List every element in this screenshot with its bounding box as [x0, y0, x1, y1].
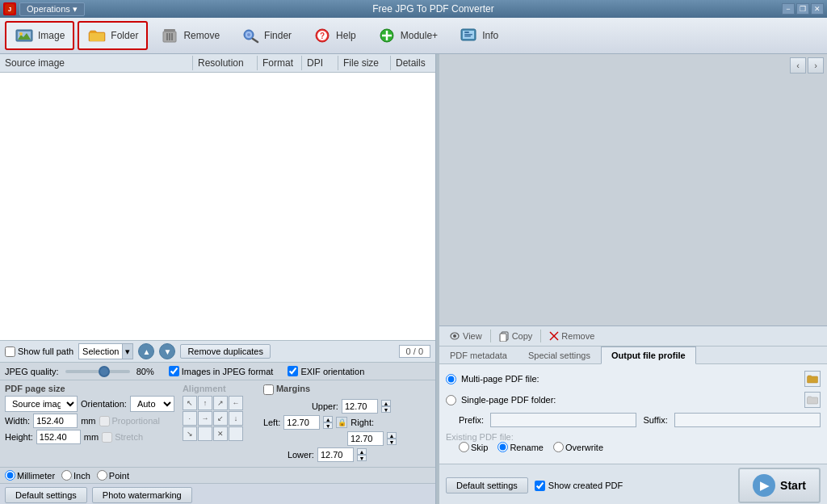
preview-prev-button[interactable]: ‹	[790, 57, 806, 74]
tab-pdf-metadata[interactable]: PDF metadata	[439, 346, 518, 363]
minimize-button[interactable]: −	[782, 3, 795, 15]
upper-spin[interactable]: ▲▼	[381, 400, 391, 413]
align-cross[interactable]: ✕	[213, 426, 228, 441]
point-radio[interactable]	[97, 470, 107, 481]
folder-button[interactable]: Folder	[78, 21, 148, 50]
right-spin[interactable]: ▲▼	[387, 432, 397, 445]
width-input[interactable]	[33, 414, 78, 428]
images-jpeg-label[interactable]: Images in JPEG format	[169, 366, 274, 376]
right-input[interactable]	[347, 431, 384, 446]
upper-down[interactable]: ▼	[381, 406, 391, 413]
height-unit: mm	[84, 432, 99, 442]
finder-button[interactable]: Finder	[232, 22, 300, 49]
single-page-radio[interactable]	[446, 395, 456, 405]
upper-input[interactable]	[342, 399, 378, 414]
inch-radio[interactable]	[61, 470, 72, 481]
height-input[interactable]	[36, 430, 81, 444]
col-filesize: File size	[338, 56, 391, 70]
left-down[interactable]: ▼	[323, 422, 333, 429]
lock-icon: 🔒	[336, 417, 347, 428]
right-up[interactable]: ▲	[387, 432, 397, 439]
millimeter-radio-label[interactable]: Millimeter	[5, 470, 55, 481]
align-s[interactable]: ↓	[229, 411, 243, 426]
images-jpeg-checkbox[interactable]	[169, 366, 179, 376]
lower-up[interactable]: ▲	[357, 448, 367, 455]
single-page-folder-btn[interactable]	[804, 392, 821, 408]
overwrite-radio-label[interactable]: Overwrite	[553, 442, 603, 452]
restore-button[interactable]: ❐	[796, 3, 809, 15]
rename-radio-label[interactable]: Rename	[497, 442, 544, 452]
lower-down[interactable]: ▼	[357, 455, 367, 461]
point-radio-label[interactable]: Point	[97, 470, 129, 481]
align-c[interactable]: ·	[183, 411, 197, 426]
view-action-button[interactable]: View	[446, 330, 485, 342]
exif-orientation-label[interactable]: EXIF orientation	[288, 366, 364, 376]
align-w[interactable]: ←	[229, 396, 243, 410]
remove-duplicates-button[interactable]: Remove duplicates	[180, 344, 271, 359]
source-image-select[interactable]: Source image	[5, 396, 78, 412]
multi-page-radio[interactable]	[446, 374, 456, 384]
start-button[interactable]: ▶ Start	[738, 468, 821, 503]
selection-dropdown[interactable]: Selection ▾	[78, 343, 133, 359]
orientation-select[interactable]: Auto	[130, 396, 174, 412]
image-button[interactable]: Image	[5, 21, 74, 50]
right-down[interactable]: ▼	[387, 439, 397, 445]
overwrite-radio[interactable]	[553, 442, 564, 452]
margins-checkbox-label[interactable]: Margins	[263, 384, 430, 396]
show-full-path-label[interactable]: Show full path	[5, 346, 73, 357]
align-se[interactable]: ↘	[183, 426, 197, 441]
remove-action-button[interactable]: Remove	[546, 330, 598, 342]
height-label: Height:	[5, 432, 33, 442]
show-created-pdf-label[interactable]: Show created PDF	[535, 481, 623, 491]
exif-orientation-checkbox[interactable]	[288, 366, 298, 376]
right-default-settings-button[interactable]: Default settings	[446, 477, 528, 494]
module-button[interactable]: Module+	[368, 22, 447, 49]
copy-action-button[interactable]: Copy	[496, 330, 536, 342]
nav-down-button[interactable]: ▼	[159, 343, 175, 359]
single-page-row: Single-page PDF folder:	[446, 392, 821, 408]
help-button[interactable]: ? Help	[304, 22, 365, 49]
proportional-checkbox[interactable]	[99, 416, 110, 426]
millimeter-radio[interactable]	[5, 470, 15, 481]
tabs-row: PDF metadata Special settings Output fil…	[439, 346, 827, 364]
left-up[interactable]: ▲	[323, 416, 333, 422]
left-input[interactable]	[283, 415, 320, 430]
multi-page-folder-btn[interactable]	[804, 371, 821, 387]
align-n[interactable]: ↑	[198, 396, 212, 410]
rename-radio[interactable]	[497, 442, 508, 452]
align-sw[interactable]: ↙	[213, 411, 228, 426]
stretch-checkbox[interactable]	[102, 432, 112, 443]
tab-output-file-profile[interactable]: Output file profile	[601, 346, 696, 364]
default-settings-button[interactable]: Default settings	[5, 487, 87, 503]
skip-radio-label[interactable]: Skip	[459, 442, 488, 452]
nav-up-button[interactable]: ▲	[138, 343, 154, 359]
show-created-pdf-checkbox[interactable]	[535, 481, 545, 491]
selection-bar: Show full path Selection ▾ ▲ ▼ Remove du…	[0, 341, 435, 363]
remove-button[interactable]: Remove	[151, 22, 229, 49]
show-full-path-checkbox[interactable]	[5, 346, 15, 357]
info-button[interactable]: Info	[450, 22, 507, 49]
upper-up[interactable]: ▲	[381, 400, 391, 406]
tab-special-settings[interactable]: Special settings	[518, 346, 601, 363]
close-button[interactable]: ✕	[811, 3, 824, 15]
align-e[interactable]: →	[198, 411, 212, 426]
skip-radio[interactable]	[459, 442, 469, 452]
left-spin[interactable]: ▲▼	[323, 416, 333, 429]
lower-spin[interactable]: ▲▼	[357, 448, 367, 461]
action-divider-1	[490, 330, 491, 342]
prefix-input[interactable]	[490, 413, 636, 427]
file-list[interactable]	[0, 73, 435, 341]
single-page-label: Single-page PDF folder:	[461, 395, 800, 405]
stretch-label[interactable]: Stretch	[102, 432, 143, 443]
lower-input[interactable]	[317, 447, 354, 462]
operations-menu[interactable]: Operations ▾	[19, 2, 85, 16]
proportional-label[interactable]: Proportional	[99, 416, 160, 426]
align-nw[interactable]: ↖	[183, 396, 197, 410]
photo-watermarking-button[interactable]: Photo watermarking	[92, 487, 192, 503]
preview-next-button[interactable]: ›	[808, 57, 824, 74]
inch-radio-label[interactable]: Inch	[61, 470, 90, 481]
margins-checkbox[interactable]	[263, 384, 274, 395]
suffix-input[interactable]	[674, 413, 821, 427]
jpeg-quality-slider[interactable]	[65, 370, 130, 373]
align-ne[interactable]: ↗	[213, 396, 228, 410]
